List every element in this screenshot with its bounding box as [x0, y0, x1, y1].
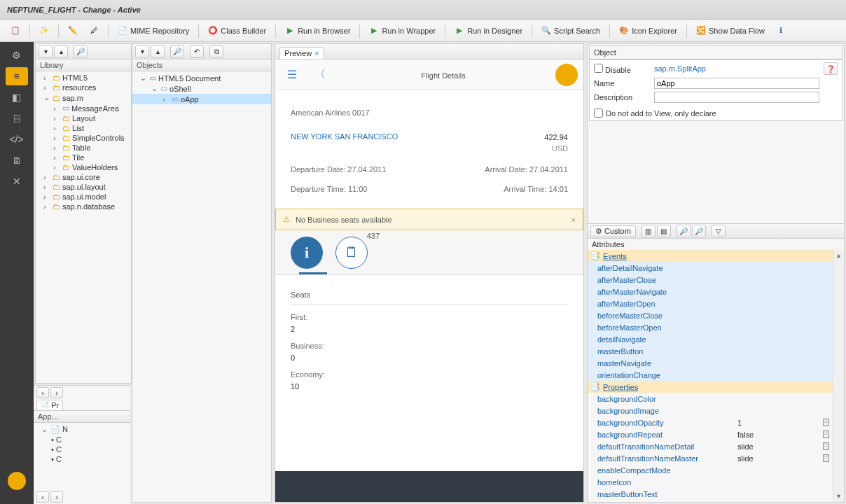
tree-row[interactable]: ›🗀 resources — [36, 83, 131, 92]
attr-expand-icon[interactable]: ▥ — [642, 225, 656, 237]
attr-collapse-icon[interactable]: ▤ — [657, 225, 671, 237]
tree-row[interactable]: ›🗀 sap.n.database — [36, 202, 131, 211]
description-field[interactable] — [654, 92, 819, 103]
attr-filter-icon[interactable]: ▽ — [712, 225, 726, 237]
name-field[interactable] — [654, 78, 819, 89]
lower-tree[interactable]: ⌄📄 N• C• C• C — [34, 423, 130, 490]
tree-row[interactable]: ›🗀 Tile — [36, 153, 131, 162]
attr-row[interactable]: masterButton — [588, 345, 844, 357]
show-data-flow-button[interactable]: 🔀Show Data Flow — [691, 23, 770, 38]
scroll-up-icon[interactable]: ▲ — [833, 250, 844, 261]
tree-row[interactable]: ›▭ MessageArea — [36, 103, 131, 113]
info-button[interactable]: ℹ — [771, 23, 791, 38]
tree-row[interactable]: • C — [34, 444, 130, 454]
tree-row[interactable]: ›🗀 sap.ui.model — [36, 192, 131, 202]
run-designer-button[interactable]: ▶Run in Designer — [450, 23, 527, 38]
tree-row[interactable]: ›🗀 Layout — [36, 113, 131, 123]
tree-row[interactable]: ›🗀 List — [36, 123, 131, 133]
tree-row[interactable]: ⌄▭ HTML5 Document — [132, 73, 271, 83]
tree-row[interactable]: ›🗀 SimpleControls — [36, 133, 131, 143]
toolbar-btn-wand[interactable]: ✨ — [34, 23, 54, 38]
toolbar-btn-pencil2[interactable]: 🖉 — [84, 23, 104, 38]
attr-row[interactable]: beforeMasterClose — [588, 309, 844, 321]
run-wrapper-button[interactable]: ▶Run in Wrapper — [364, 23, 441, 38]
tree-row[interactable]: ›🗀 HTML5 — [36, 73, 131, 83]
scroll-down-icon[interactable]: ▼ — [833, 491, 844, 502]
mime-repository-button[interactable]: 📄MIME Repository — [113, 23, 194, 38]
attr-row[interactable]: defaultTransitionNameMasterslide — [588, 452, 844, 464]
script-search-button[interactable]: 🔍Script Search — [536, 23, 605, 38]
object-type-link[interactable]: sap.m.SplitApp — [654, 64, 819, 73]
attr-row[interactable]: modeShowHideMode — [588, 500, 844, 502]
preview-tab[interactable]: Preview × — [279, 47, 324, 59]
obj-expand-icon[interactable]: ▾ — [135, 46, 149, 58]
disable-checkbox[interactable] — [594, 64, 603, 73]
nav-fwd2-icon[interactable]: › — [50, 491, 63, 503]
obj-collapse-icon[interactable]: ▴ — [151, 46, 165, 58]
menu-icon[interactable]: ☰ — [281, 64, 303, 86]
tree-row[interactable]: ⌄🗀 sap.m — [36, 92, 131, 103]
attr-row[interactable]: afterMasterOpen — [588, 298, 844, 309]
attr-row[interactable]: afterDetailNavigate — [588, 262, 844, 274]
tree-row[interactable]: ›🗀 ValueHolders — [36, 162, 131, 172]
tree-row[interactable]: ›🗀 sap.ui.core — [36, 172, 131, 182]
attr-row[interactable]: defaultTransitionNameDetailslide — [588, 440, 844, 452]
obj-find-icon[interactable]: 🔎 — [170, 46, 184, 58]
icon-explorer-button[interactable]: 🎨Icon Explorer — [614, 23, 682, 38]
attr-find2-icon[interactable]: 🔎 — [692, 225, 706, 237]
rail-code-icon[interactable]: </> — [6, 130, 28, 148]
obj-undo-icon[interactable]: ↶ — [190, 46, 204, 58]
back-icon[interactable]: 〈 — [309, 64, 331, 86]
attr-row[interactable]: backgroundColor — [588, 393, 844, 405]
class-builder-button[interactable]: ⭕Class Builder — [203, 23, 271, 38]
lower-tab[interactable]: 📄 Pr — [36, 400, 63, 410]
rail-doc-icon[interactable]: 🗎 — [6, 151, 28, 169]
toolbar-btn-clipboard[interactable]: 📋 — [6, 23, 25, 38]
library-tree[interactable]: ›🗀 HTML5›🗀 resources⌄🗀 sap.m›▭ MessageAr… — [36, 71, 131, 383]
rail-shuffle-icon[interactable]: ✕ — [6, 172, 28, 190]
attr-row[interactable]: homeIcon — [588, 476, 844, 488]
events-section[interactable]: 📑 Events — [588, 250, 844, 262]
tree-row[interactable]: ⌄▭ oShell — [132, 83, 271, 94]
notes-tab[interactable]: 🗒 437 — [335, 237, 368, 269]
avatar[interactable] — [555, 64, 578, 86]
close-icon[interactable]: × — [314, 49, 319, 57]
nav-back-icon[interactable]: ‹ — [36, 387, 49, 398]
toolbar-btn-pencil[interactable]: ✏️ — [63, 23, 83, 38]
tree-row[interactable]: ›▭ oApp — [132, 94, 271, 104]
custom-button[interactable]: ⚙ Custom — [590, 225, 636, 237]
rail-avatar-icon[interactable] — [8, 472, 26, 490]
attr-row[interactable]: masterButtonText — [588, 488, 844, 500]
obj-copy-icon[interactable]: ⧉ — [209, 46, 223, 58]
attributes-list[interactable]: 📑 EventsafterDetailNavigateafterMasterCl… — [588, 250, 844, 502]
tree-row[interactable]: • C — [34, 454, 130, 464]
attr-row[interactable]: orientationChange — [588, 369, 844, 381]
tree-row[interactable]: ›🗀 sap.ui.layout — [36, 182, 131, 192]
dismiss-icon[interactable]: × — [571, 216, 576, 224]
type-help-icon[interactable]: ❓ — [824, 62, 838, 75]
attr-row[interactable]: afterMasterClose — [588, 274, 844, 286]
lib-expand-icon[interactable]: ▾ — [39, 46, 53, 58]
attr-row[interactable]: backgroundOpacity1 — [588, 416, 844, 428]
rail-badge-icon[interactable]: ◧ — [6, 88, 28, 106]
attr-row[interactable]: masterNavigate — [588, 357, 844, 369]
rail-list-icon[interactable]: ≡ — [6, 67, 28, 85]
run-browser-button[interactable]: ▶Run in Browser — [280, 23, 355, 38]
scrollbar[interactable]: ▲ ▼ — [833, 250, 844, 502]
attr-row[interactable]: backgroundImage — [588, 405, 844, 416]
rail-db-icon[interactable]: ⌸ — [6, 109, 28, 127]
attr-row[interactable]: afterMasterNavigate — [588, 286, 844, 298]
tree-row[interactable]: ›🗀 Table — [36, 143, 131, 153]
attr-row[interactable]: backgroundRepeatfalse — [588, 428, 844, 440]
rail-gear-icon[interactable]: ⚙ — [6, 46, 28, 64]
attr-row[interactable]: enableCompactMode — [588, 464, 844, 476]
attr-row[interactable]: detailNavigate — [588, 333, 844, 345]
properties-section[interactable]: 📑 Properties — [588, 381, 844, 393]
nav-back2-icon[interactable]: ‹ — [36, 491, 49, 503]
nav-fwd-icon[interactable]: › — [50, 387, 63, 398]
lib-collapse-icon[interactable]: ▴ — [54, 46, 68, 58]
info-tab[interactable]: i — [291, 237, 323, 269]
objects-tree[interactable]: ⌄▭ HTML5 Document⌄▭ oShell›▭ oApp — [132, 71, 271, 502]
lib-find-icon[interactable]: 🔎 — [74, 46, 88, 58]
tree-row[interactable]: • C — [34, 435, 130, 444]
